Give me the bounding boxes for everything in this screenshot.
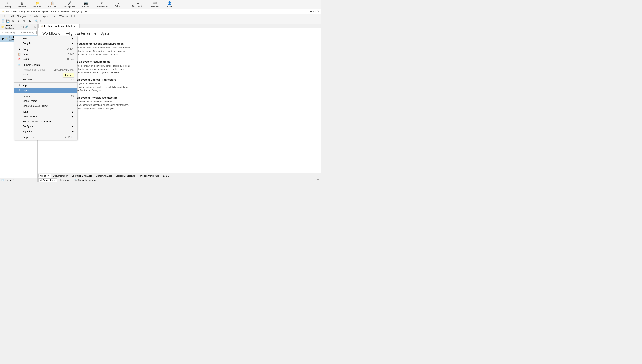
toolbar-camera[interactable]: 📷 Camera bbox=[80, 0, 91, 8]
menu-edit[interactable]: Edit bbox=[8, 14, 16, 18]
close-button[interactable]: ✕ bbox=[317, 10, 320, 13]
toolbar-fullscreen[interactable]: ⛶ Full screen bbox=[114, 0, 126, 8]
cm-import[interactable]: ⬇Import... bbox=[14, 83, 77, 88]
project-explorer-title: Project Explorer bbox=[5, 24, 20, 29]
menu-project[interactable]: Project bbox=[39, 14, 50, 18]
cm-new-icon bbox=[18, 37, 21, 40]
cm-closeproject-icon bbox=[18, 100, 21, 103]
props-tab-information[interactable]: ℹ Information bbox=[57, 178, 73, 182]
cm-copyas-icon bbox=[18, 42, 21, 45]
windows-label: Windows bbox=[18, 6, 26, 8]
cm-restorehistory[interactable]: Restore from Local History... bbox=[14, 119, 77, 124]
menu-window[interactable]: Window bbox=[58, 14, 70, 18]
toolbar-clipboard[interactable]: 📋 Clipboard bbox=[47, 0, 59, 8]
profile-icon: 👤 bbox=[168, 1, 172, 5]
cm-remove-icon bbox=[18, 68, 21, 72]
outline-header: 📄 Outline ✕ bbox=[0, 178, 37, 182]
cm-configure[interactable]: Configure ▶ bbox=[14, 124, 77, 129]
toolbar-microphone[interactable]: 🎤 Microphone bbox=[63, 0, 76, 8]
workflow-desc-2: Develop System Logical Architecture See … bbox=[70, 78, 316, 92]
new-button[interactable]: 📄 bbox=[1, 19, 5, 23]
cm-remove-shortcut: Ctrl+Alt+Shift+Down bbox=[54, 68, 74, 71]
camera-label: Camera bbox=[82, 6, 90, 8]
title-text: workspace - In-Flight Entertainment Syst… bbox=[6, 10, 88, 12]
minimize-panel-button[interactable]: ─ bbox=[32, 25, 34, 28]
minimize-button[interactable]: ─ bbox=[310, 10, 312, 13]
maximize-button[interactable]: □ bbox=[314, 10, 315, 13]
props-close[interactable]: ✕ bbox=[54, 179, 55, 182]
cm-team-arrow: ▶ bbox=[72, 111, 74, 113]
settings-icon[interactable]: ⚙ bbox=[39, 19, 44, 23]
toolbar-myfiles[interactable]: 📁 My Files bbox=[32, 0, 42, 8]
cm-copyas[interactable]: Copy As ▶ bbox=[14, 41, 77, 46]
editor-panel-min[interactable]: ─ bbox=[311, 24, 316, 28]
project-icon: 🪐 bbox=[5, 37, 8, 40]
cm-rename-shortcut: F2 bbox=[71, 78, 74, 81]
tab-logical[interactable]: Logical Architecture bbox=[114, 174, 137, 178]
cm-properties-icon bbox=[18, 136, 21, 139]
cm-refresh-shortcut: F5 bbox=[71, 95, 74, 98]
props-tab-semantic[interactable]: 🔍 Semantic Browser bbox=[73, 178, 98, 182]
search-icon[interactable]: 🔍 bbox=[34, 19, 39, 23]
panel-menu-button[interactable]: ⋮ bbox=[29, 25, 31, 28]
cm-migration[interactable]: Migration ▶ bbox=[14, 129, 77, 134]
props-tab-properties[interactable]: ⚙ Properties ✕ bbox=[38, 178, 57, 182]
editor-tab-close[interactable]: ✕ bbox=[76, 25, 77, 27]
cm-refresh[interactable]: Refresh F5 bbox=[14, 94, 77, 98]
menu-help[interactable]: Help bbox=[70, 14, 78, 18]
cm-showinsearch[interactable]: 🔍Show In Search bbox=[14, 62, 77, 67]
link-editor-button[interactable]: 🔗 bbox=[25, 25, 28, 28]
props-panel-menu[interactable]: ⋮ bbox=[307, 178, 311, 182]
run-button[interactable]: ▶ bbox=[28, 19, 32, 23]
cm-team[interactable]: Team ▶ bbox=[14, 109, 77, 114]
project-search-input[interactable] bbox=[1, 31, 36, 34]
myfiles-label: My Files bbox=[34, 6, 41, 8]
export-tooltip: Export bbox=[63, 73, 74, 77]
cm-copy[interactable]: ⎘Copy Ctrl+C bbox=[14, 47, 77, 52]
cm-copy-icon: ⎘ bbox=[18, 48, 21, 51]
cm-export[interactable]: ⬆Export... bbox=[14, 88, 77, 93]
cm-properties[interactable]: Properties Alt+Enter bbox=[14, 135, 77, 140]
sep1 bbox=[16, 19, 16, 23]
collapse-all-button[interactable]: ⇅ bbox=[22, 25, 24, 28]
cm-closeproject[interactable]: Close Project bbox=[14, 98, 77, 104]
cm-rename[interactable]: Rename... F2 bbox=[14, 77, 77, 82]
cm-compare-icon bbox=[18, 115, 21, 118]
maximize-panel-button[interactable]: □ bbox=[35, 25, 36, 28]
cm-new[interactable]: New ▶ bbox=[14, 36, 77, 41]
top-toolbar: ⊞ Catalog ▦ Windows 📁 My Files 📋 Clipboa… bbox=[0, 0, 321, 9]
cm-delete[interactable]: ✕Delete Delete bbox=[14, 56, 77, 62]
undo-button[interactable]: ↩ bbox=[17, 19, 21, 23]
menu-file[interactable]: File bbox=[1, 14, 8, 18]
redo-button[interactable]: ↪ bbox=[22, 19, 26, 23]
profile-label: Profile bbox=[167, 6, 172, 8]
tab-physical[interactable]: Physical Architecture bbox=[137, 174, 161, 178]
toolbar-fnkeys[interactable]: ⌨ FN Keys bbox=[149, 0, 160, 8]
outline-close[interactable]: ✕ bbox=[13, 179, 14, 181]
print-button[interactable]: 🖨 bbox=[10, 19, 15, 23]
menu-run[interactable]: Run bbox=[50, 14, 58, 18]
tab-epbs[interactable]: EPBS bbox=[161, 174, 171, 178]
tab-documentation[interactable]: Documentation bbox=[51, 174, 70, 178]
toolbar-profile[interactable]: 👤 Profile bbox=[164, 0, 175, 8]
cm-comparewith[interactable]: Compare With ▶ bbox=[14, 114, 77, 119]
cm-paste[interactable]: 📋Paste Ctrl+V bbox=[14, 52, 77, 56]
toolbar-preferences[interactable]: ⚙ Preferences bbox=[95, 0, 109, 8]
toolbar-windows[interactable]: ▦ Windows bbox=[16, 0, 28, 8]
save-button[interactable]: 💾 bbox=[6, 19, 10, 23]
tab-workflow[interactable]: Workflow bbox=[38, 174, 51, 178]
toolbar-dualmonitor[interactable]: 🖥 Dual monitor bbox=[131, 0, 146, 8]
menu-search[interactable]: Search bbox=[28, 14, 39, 18]
tab-operational[interactable]: Operational Analysis bbox=[70, 174, 94, 178]
tab-system[interactable]: System Analysis bbox=[94, 174, 114, 178]
editor-tab-icon: 🪐 bbox=[40, 25, 44, 28]
menu-navigate[interactable]: Navigate bbox=[16, 14, 28, 18]
toolbar-catalog[interactable]: ⊞ Catalog bbox=[2, 0, 12, 8]
props-panel-min[interactable]: ─ bbox=[311, 178, 316, 182]
props-panel-max[interactable]: □ bbox=[316, 178, 320, 182]
preferences-icon: ⚙ bbox=[101, 1, 104, 5]
cm-closeunrelated[interactable]: Close Unrelated Project bbox=[14, 104, 77, 108]
cm-copyas-arrow: ▶ bbox=[72, 42, 74, 45]
editor-panel-max[interactable]: □ bbox=[316, 24, 320, 28]
editor-tab-inflight[interactable]: 🪐 In-Flight Entertainment System ✕ bbox=[38, 24, 80, 28]
